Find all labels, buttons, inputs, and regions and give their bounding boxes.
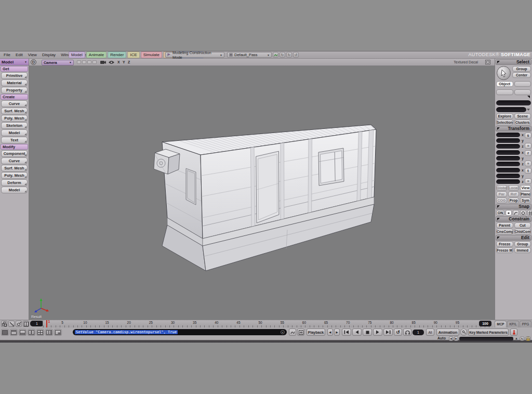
refresh-icon[interactable]: ↻ xyxy=(280,52,285,58)
update-icon[interactable]: ↺ xyxy=(293,52,299,58)
animation-menu-button[interactable]: Animation xyxy=(436,329,459,336)
layout-top-icon[interactable] xyxy=(10,329,18,336)
toolbar-item[interactable]: Deform xyxy=(1,179,28,186)
module-menu-item[interactable]: Animate xyxy=(86,51,107,58)
pass-dropdown[interactable]: Default_Pass ▼ xyxy=(227,52,272,58)
plane-button[interactable]: Plane xyxy=(520,191,531,197)
toolbar-item[interactable]: Surf. Mesh xyxy=(1,165,28,172)
rotate-x-field[interactable] xyxy=(496,150,520,155)
translate-y-field[interactable] xyxy=(496,174,520,179)
open-container-icon[interactable] xyxy=(297,329,304,336)
camera-icon[interactable] xyxy=(100,59,107,65)
timeline-ruler[interactable]: 5101520253035404550556065707580859095 1 … xyxy=(43,320,494,327)
toolbar-item[interactable]: Modify xyxy=(1,144,28,150)
script-editor-icon[interactable] xyxy=(289,329,296,336)
menu-item[interactable]: Display xyxy=(39,52,58,57)
snap-on-button[interactable]: ON xyxy=(496,210,504,216)
toolbar-item[interactable]: Model xyxy=(1,187,28,193)
translate-z-field[interactable] xyxy=(496,179,520,185)
first-frame-icon[interactable] xyxy=(342,329,351,336)
scale-menu-icon[interactable]: ≡ xyxy=(525,143,531,149)
selection-filter-field[interactable] xyxy=(496,107,526,113)
toolbar-item[interactable]: Curve xyxy=(1,100,28,107)
pick-tool-icon[interactable] xyxy=(8,321,15,327)
prev-key-icon[interactable]: ◀ xyxy=(449,336,453,341)
memo-cam-slot[interactable] xyxy=(82,60,86,64)
next-key-icon[interactable]: ▶ xyxy=(454,336,458,341)
module-menu-item[interactable]: Model xyxy=(69,51,85,58)
translate-x-field[interactable] xyxy=(496,168,520,173)
select-mode-slot[interactable] xyxy=(514,81,531,87)
viewport-letter-button[interactable]: D xyxy=(31,59,36,65)
toolbar-item[interactable]: Curve xyxy=(1,157,28,164)
group-edit-button[interactable]: Group xyxy=(514,241,531,247)
chldcomp-button[interactable]: ChldComp xyxy=(514,229,531,234)
current-frame-field[interactable]: 1 xyxy=(413,330,424,335)
select-mode-slot[interactable] xyxy=(496,89,513,95)
toolbar-item[interactable]: Get xyxy=(1,66,28,72)
playhead[interactable]: 1 xyxy=(46,320,47,327)
local-button[interactable]: Local xyxy=(508,185,519,191)
eye-icon[interactable] xyxy=(108,59,115,65)
panel-tab[interactable]: MCP xyxy=(495,321,507,327)
panel-resize-arrow[interactable] xyxy=(496,95,531,99)
lock-icon[interactable] xyxy=(526,336,530,341)
toolbar-item[interactable]: Primitive xyxy=(1,72,28,79)
toolbar-item[interactable]: Surf. Mesh xyxy=(1,108,28,114)
layout-single-icon[interactable] xyxy=(1,329,9,336)
layout-vsplit-icon[interactable] xyxy=(28,329,35,336)
select-tool-button[interactable] xyxy=(497,66,511,80)
axis-y-button[interactable]: Y xyxy=(123,59,125,66)
toolbar-item[interactable]: Component xyxy=(1,150,28,157)
rotate-y-field[interactable] xyxy=(496,156,520,161)
script-command-field[interactable]: SetValue "Camera.camdisp.wireontopursel"… xyxy=(73,329,287,335)
snap-curve-icon[interactable] xyxy=(513,210,519,216)
cog-button[interactable]: COG xyxy=(496,198,507,203)
module-selector-dropdown[interactable]: Model ▼ xyxy=(0,59,29,65)
scale-y-field[interactable] xyxy=(496,138,520,143)
toolbar-item[interactable]: Model xyxy=(1,129,28,136)
slider-up-icon[interactable]: ▲ xyxy=(514,336,518,341)
end-frame-field[interactable]: 100 xyxy=(479,321,491,326)
toolbar-item[interactable]: Text xyxy=(1,137,28,143)
module-menu-item[interactable]: Render xyxy=(108,51,126,58)
object-mode-icon[interactable] xyxy=(1,321,7,327)
layout-bottom-icon[interactable] xyxy=(19,329,26,336)
toolbar-item[interactable]: Material xyxy=(1,80,28,86)
display-mode-label[interactable]: Textured Decal xyxy=(454,59,478,66)
global-button[interactable]: Global xyxy=(496,185,507,191)
group-button[interactable]: Group xyxy=(512,66,531,72)
axis-x-button[interactable]: X xyxy=(117,59,120,66)
immed-button[interactable]: Immed xyxy=(514,247,531,253)
camera-dropdown[interactable]: Camera ▼ xyxy=(42,60,74,65)
snap-surface-icon[interactable] xyxy=(520,210,526,216)
layout-custom-icon[interactable] xyxy=(54,329,62,336)
rotate-mode-button[interactable]: r xyxy=(525,150,531,156)
refresh-all-icon[interactable]: ↻ xyxy=(286,52,292,58)
playback-rate-slider[interactable] xyxy=(459,337,513,341)
layout-columns-icon[interactable] xyxy=(45,329,53,336)
scale-x-field[interactable] xyxy=(496,133,520,138)
scale-mode-button[interactable]: s xyxy=(525,133,531,138)
cut-button[interactable]: Cut xyxy=(514,222,531,228)
auto-key-label[interactable]: Auto xyxy=(437,336,446,340)
script-history-icon[interactable]: ▼ xyxy=(281,330,285,334)
toolbar-item[interactable]: Skeleton xyxy=(1,122,28,129)
freeze-m-button[interactable]: Freeze M xyxy=(496,247,513,253)
select-mode-slot[interactable] xyxy=(514,89,531,95)
snap-grid-icon[interactable] xyxy=(527,210,532,216)
sym-button[interactable]: Sym xyxy=(520,198,531,203)
toolbar-item[interactable]: Property xyxy=(1,87,28,94)
maximize-viewport-icon[interactable] xyxy=(485,60,490,64)
key-marked-parameters-button[interactable]: Key Marked Parameters xyxy=(468,329,509,336)
scale-z-field[interactable] xyxy=(496,144,520,149)
memo-cam-slot[interactable] xyxy=(87,60,91,64)
range-end-icon[interactable]: ▶ xyxy=(334,329,340,336)
previous-frame-icon[interactable] xyxy=(352,329,362,336)
rotate-menu-icon[interactable]: ≡ xyxy=(525,161,531,166)
par-button[interactable]: Par xyxy=(496,191,507,197)
character-key-icon[interactable] xyxy=(510,329,517,336)
ref-button[interactable]: Ref xyxy=(508,191,519,197)
selection-text-field[interactable] xyxy=(496,100,531,106)
toolbar-item[interactable]: Poly. Mesh xyxy=(1,115,28,122)
